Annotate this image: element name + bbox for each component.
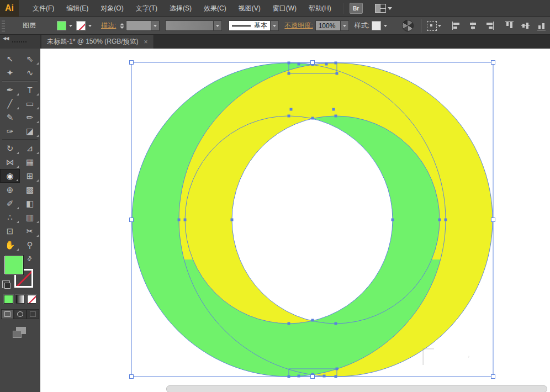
workspace-icon xyxy=(375,4,386,13)
fill-dropdown[interactable] xyxy=(67,21,75,30)
watermark-mark: ‚ xyxy=(468,349,470,358)
horizontal-scrollbar[interactable] xyxy=(166,385,547,392)
align-left-button[interactable] xyxy=(452,22,462,30)
transform-icon xyxy=(427,21,437,31)
style-dropdown[interactable] xyxy=(382,21,389,30)
bridge-button[interactable]: Br xyxy=(350,3,363,14)
draw-normal-button[interactable] xyxy=(1,309,14,319)
toolbar-grip[interactable] xyxy=(12,41,27,43)
none-mode-button[interactable] xyxy=(27,295,36,304)
artboard-tool[interactable]: ⊡ xyxy=(0,224,20,238)
color-mode-button[interactable] xyxy=(4,295,13,304)
recolor-artwork-button[interactable] xyxy=(402,20,414,31)
panel-grip[interactable] xyxy=(2,20,5,32)
align-vertical-center-button[interactable] xyxy=(521,21,530,30)
stroke-color-swatch[interactable] xyxy=(76,21,86,30)
draw-inside-button xyxy=(27,309,39,319)
fill-color-swatch[interactable] xyxy=(57,21,66,30)
type-tool[interactable]: T xyxy=(20,83,40,97)
change-screen-mode-button[interactable] xyxy=(13,327,27,338)
fill-chip[interactable] xyxy=(4,255,24,275)
menu-file[interactable]: 文件(F) xyxy=(27,0,60,17)
style-label: 样式: xyxy=(355,21,369,30)
align-top-button[interactable] xyxy=(505,21,514,30)
gradient-tool[interactable]: ▩ xyxy=(20,183,40,197)
workspace-switcher[interactable] xyxy=(375,4,392,13)
menu-effect[interactable]: 效果(C) xyxy=(198,0,232,17)
document-tab-bar: ◀◀ 未标题-1* @ 150% (RGB/预览) × xyxy=(0,35,550,49)
align-right-button[interactable] xyxy=(484,22,494,30)
canvas-area[interactable]: ‚ xyxy=(40,49,550,392)
slice-tool[interactable]: ✂ xyxy=(20,224,40,238)
gradient-mode-button[interactable] xyxy=(15,295,25,304)
hand-tool[interactable]: ✋ xyxy=(0,238,20,252)
perspective-grid-tool[interactable]: ⊞ xyxy=(20,169,40,183)
shape-builder-tool[interactable]: ◉ xyxy=(0,169,20,183)
tools-panel: ↖ ⇖ ✦ ∿ ✒ T ╱ ▭ ✎ ✏ ✑ ◪ ↻ ⊿ ⋈ ▦ ◉ ⊞ ⊕ ▩ … xyxy=(0,49,40,392)
variable-width-profile-select[interactable] xyxy=(165,20,214,31)
toolbar-divider xyxy=(2,81,38,82)
magic-wand-tool[interactable]: ✦ xyxy=(0,66,20,80)
fill-stroke-chips: ⇄ xyxy=(0,255,40,290)
opacity-panel-link[interactable]: 不透明度: xyxy=(284,21,313,30)
stroke-weight-field[interactable] xyxy=(126,20,151,31)
eraser-tool[interactable]: ◪ xyxy=(20,124,40,138)
chevron-down-icon xyxy=(388,7,392,10)
stroke-weight-stepper[interactable] xyxy=(120,23,124,29)
width-profile-dropdown[interactable] xyxy=(214,20,222,31)
document-tab[interactable]: 未标题-1* @ 150% (RGB/预览) × xyxy=(41,35,154,49)
blend-tool[interactable]: ◧ xyxy=(20,197,40,210)
width-tool[interactable]: ⋈ xyxy=(0,155,20,169)
document-title: 未标题-1* @ 150% (RGB/预览) xyxy=(47,37,139,46)
rectangle-tool[interactable]: ▭ xyxy=(20,97,40,110)
align-horizontal-center-button[interactable] xyxy=(468,22,478,30)
menu-object[interactable]: 对象(O) xyxy=(94,0,129,17)
menu-edit[interactable]: 编辑(E) xyxy=(60,0,94,17)
style-swatch[interactable] xyxy=(372,21,381,30)
blob-brush-tool[interactable]: ✑ xyxy=(0,124,20,138)
menu-bar: Ai 文件(F) 编辑(E) 对象(O) 文字(T) 选择(S) 效果(C) 视… xyxy=(0,0,550,17)
free-transform-tool[interactable]: ▦ xyxy=(20,155,40,169)
scale-tool[interactable]: ⊿ xyxy=(20,141,40,155)
watermark xyxy=(422,348,434,365)
menu-help[interactable]: 帮助(H) xyxy=(303,0,337,17)
menu-type[interactable]: 文字(T) xyxy=(130,0,163,17)
close-document-icon[interactable]: × xyxy=(144,38,148,46)
rotate-tool[interactable]: ↻ xyxy=(0,141,20,155)
brush-stroke-preview xyxy=(232,25,251,27)
paintbrush-tool[interactable]: ✎ xyxy=(0,110,20,124)
symbol-sprayer-tool[interactable]: ∴ xyxy=(0,210,20,224)
opacity-dropdown[interactable] xyxy=(341,20,349,31)
mesh-tool[interactable]: ⊕ xyxy=(0,183,20,197)
stroke-weight-dropdown[interactable] xyxy=(151,20,160,31)
lasso-tool[interactable]: ∿ xyxy=(20,66,40,80)
line-segment-tool[interactable]: ╱ xyxy=(0,97,20,110)
direct-selection-tool[interactable]: ⇖ xyxy=(20,52,40,66)
brush-definition-label: 基本 xyxy=(254,21,267,30)
menu-select[interactable]: 选择(S) xyxy=(163,0,198,17)
default-fill-stroke-icon[interactable] xyxy=(2,280,10,288)
transform-panel-button[interactable] xyxy=(427,21,441,31)
stroke-panel-link[interactable]: 描边: xyxy=(101,21,116,30)
align-bottom-button[interactable] xyxy=(537,21,546,30)
draw-behind-button[interactable] xyxy=(14,309,27,319)
pencil-tool[interactable]: ✏ xyxy=(20,110,40,124)
menu-view[interactable]: 视图(V) xyxy=(232,0,267,17)
toolbar-dock-header: ◀◀ xyxy=(0,35,40,49)
pen-tool[interactable]: ✒ xyxy=(0,83,20,97)
artwork-rings[interactable] xyxy=(40,49,550,392)
brush-definition-dropdown[interactable] xyxy=(271,20,279,31)
menu-window[interactable]: 窗口(W) xyxy=(267,0,303,17)
illustrator-logo: Ai xyxy=(0,0,19,17)
selection-type-label: 图层 xyxy=(23,21,36,30)
menubar-separator xyxy=(343,3,344,14)
swap-fill-stroke-icon[interactable]: ⇄ xyxy=(25,255,34,263)
opacity-field[interactable]: 100% xyxy=(315,20,341,31)
zoom-tool[interactable]: ⚲ xyxy=(20,238,40,252)
eyedropper-tool[interactable]: ✐ xyxy=(0,197,20,210)
collapse-toolbar-button[interactable]: ◀◀ xyxy=(3,36,8,41)
column-graph-tool[interactable]: ▥ xyxy=(20,210,40,224)
stroke-dropdown[interactable] xyxy=(86,21,94,30)
selection-tool[interactable]: ↖ xyxy=(0,52,20,66)
brush-definition-select[interactable]: 基本 xyxy=(229,20,271,31)
